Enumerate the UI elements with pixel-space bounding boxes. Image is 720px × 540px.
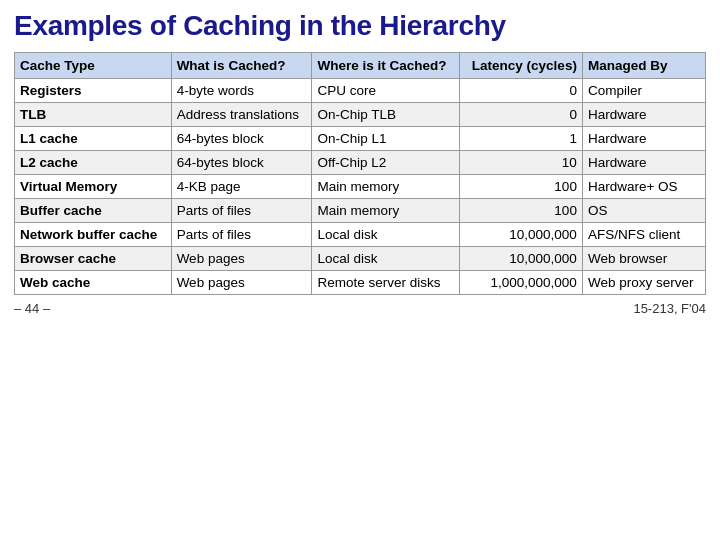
cell-where: Remote server disks [312, 271, 460, 295]
cell-latency: 100 [460, 199, 583, 223]
table-row: Buffer cacheParts of filesMain memory100… [15, 199, 706, 223]
cell-type: Network buffer cache [15, 223, 172, 247]
cell-what: 4-KB page [171, 175, 312, 199]
cell-what: 4-byte words [171, 79, 312, 103]
col-header-what: What is Cached? [171, 53, 312, 79]
table-row: Virtual Memory4-KB pageMain memory100Har… [15, 175, 706, 199]
table-row: Registers4-byte wordsCPU core0Compiler [15, 79, 706, 103]
cell-what: Parts of files [171, 223, 312, 247]
page: Examples of Caching in the Hierarchy Cac… [0, 0, 720, 540]
col-header-latency: Latency (cycles) [460, 53, 583, 79]
table-row: L1 cache64-bytes blockOn-Chip L11Hardwar… [15, 127, 706, 151]
cell-what: 64-bytes block [171, 127, 312, 151]
cell-what: Parts of files [171, 199, 312, 223]
cell-managed: Hardware [582, 127, 705, 151]
cell-latency: 10 [460, 151, 583, 175]
cell-latency: 10,000,000 [460, 247, 583, 271]
cell-type: Registers [15, 79, 172, 103]
cell-managed: Hardware [582, 151, 705, 175]
cell-what: Web pages [171, 247, 312, 271]
table-row: TLBAddress translationsOn-Chip TLB0Hardw… [15, 103, 706, 127]
cell-latency: 10,000,000 [460, 223, 583, 247]
cell-where: Main memory [312, 199, 460, 223]
cell-where: On-Chip L1 [312, 127, 460, 151]
cell-latency: 0 [460, 103, 583, 127]
footer-page: – 44 – [14, 301, 50, 316]
table-row: L2 cache64-bytes blockOff-Chip L210Hardw… [15, 151, 706, 175]
cell-managed: Hardware+ OS [582, 175, 705, 199]
cell-where: CPU core [312, 79, 460, 103]
cell-managed: Compiler [582, 79, 705, 103]
col-header-managed: Managed By [582, 53, 705, 79]
cell-type: TLB [15, 103, 172, 127]
cell-where: Main memory [312, 175, 460, 199]
table-row: Web cacheWeb pagesRemote server disks1,0… [15, 271, 706, 295]
page-title: Examples of Caching in the Hierarchy [14, 10, 706, 42]
cell-what: Address translations [171, 103, 312, 127]
cell-what: Web pages [171, 271, 312, 295]
caching-table: Cache Type What is Cached? Where is it C… [14, 52, 706, 295]
cell-latency: 100 [460, 175, 583, 199]
cell-where: Local disk [312, 247, 460, 271]
cell-latency: 1 [460, 127, 583, 151]
table-row: Network buffer cacheParts of filesLocal … [15, 223, 706, 247]
footer-course: 15-213, F'04 [633, 301, 706, 316]
table-row: Browser cacheWeb pagesLocal disk10,000,0… [15, 247, 706, 271]
cell-type: Web cache [15, 271, 172, 295]
cell-type: L2 cache [15, 151, 172, 175]
cell-latency: 0 [460, 79, 583, 103]
cell-managed: Web proxy server [582, 271, 705, 295]
cell-where: Local disk [312, 223, 460, 247]
cell-type: Browser cache [15, 247, 172, 271]
cell-type: Buffer cache [15, 199, 172, 223]
table-header-row: Cache Type What is Cached? Where is it C… [15, 53, 706, 79]
cell-where: On-Chip TLB [312, 103, 460, 127]
cell-type: Virtual Memory [15, 175, 172, 199]
col-header-type: Cache Type [15, 53, 172, 79]
footer: – 44 – 15-213, F'04 [14, 301, 706, 316]
col-header-where: Where is it Cached? [312, 53, 460, 79]
cell-managed: AFS/NFS client [582, 223, 705, 247]
cell-type: L1 cache [15, 127, 172, 151]
cell-managed: Hardware [582, 103, 705, 127]
cell-where: Off-Chip L2 [312, 151, 460, 175]
cell-what: 64-bytes block [171, 151, 312, 175]
cell-latency: 1,000,000,000 [460, 271, 583, 295]
cell-managed: Web browser [582, 247, 705, 271]
cell-managed: OS [582, 199, 705, 223]
